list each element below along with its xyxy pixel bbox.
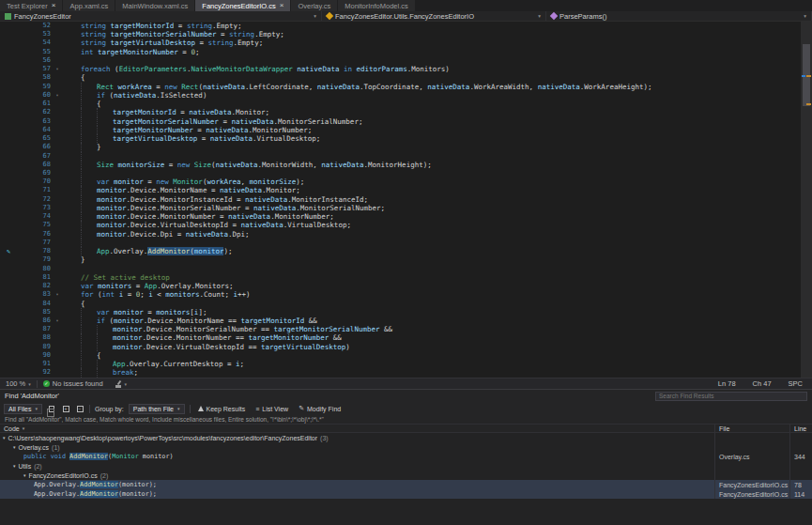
breakpoint-margin[interactable] [0, 300, 17, 308]
tab-overlay-cs[interactable]: Overlay.cs [291, 0, 337, 11]
expander-icon[interactable]: ▾ [13, 444, 16, 450]
code-line[interactable]: 76monitor.Device.Dpi = nativeData.Dpi; [0, 230, 801, 239]
fold-margin[interactable] [51, 239, 64, 247]
code-line[interactable]: 56 [0, 56, 801, 65]
code-line[interactable]: 54string targetVirtualDesktop = string.E… [0, 39, 801, 47]
member-dropdown[interactable]: ParseParams() ▾ [546, 11, 812, 21]
column-header-code[interactable]: Code ▾ [0, 425, 714, 432]
breakpoint-margin[interactable] [0, 255, 17, 264]
find-group-row[interactable]: ▾Utils(2) [0, 461, 812, 471]
breakpoint-margin[interactable] [0, 333, 17, 342]
fold-margin[interactable] [51, 212, 64, 221]
code-line[interactable]: 88monitor.Device.MonitorNumber == target… [0, 333, 801, 342]
breakpoint-margin[interactable] [0, 265, 17, 273]
fold-margin[interactable] [51, 48, 64, 56]
fold-margin[interactable] [51, 83, 64, 91]
breakpoint-margin[interactable] [0, 325, 17, 333]
close-icon[interactable]: × [52, 2, 56, 9]
breakpoint-margin[interactable] [0, 230, 17, 239]
fold-margin[interactable] [51, 247, 64, 255]
tab-test-explorer[interactable]: Test Explorer× [0, 0, 62, 11]
breakpoint-margin[interactable] [0, 317, 17, 325]
list-view-toggle[interactable]: ≡ List View [253, 404, 291, 414]
code-line[interactable]: 85var monitor = monitors[i]; [0, 308, 801, 317]
fold-margin[interactable] [51, 152, 64, 161]
copy-results-button[interactable] [47, 404, 56, 413]
fold-margin[interactable] [51, 117, 64, 126]
breakpoint-margin[interactable] [0, 368, 17, 377]
expander-icon[interactable]: ▾ [3, 435, 6, 440]
code-line[interactable]: 80 [0, 265, 801, 273]
code-line[interactable]: 65targetVirtualDesktop = nativeData.Virt… [0, 134, 801, 143]
find-group-row[interactable]: ▾C:\Users\shaopengwang\Desktop\powertoys… [0, 433, 812, 442]
find-group-row[interactable]: ▾Overlay.cs(1) [0, 442, 812, 452]
breakpoint-margin[interactable] [0, 134, 17, 143]
code-line[interactable]: 82var monitors = App.Overlay.Monitors; [0, 282, 801, 290]
fold-margin[interactable] [51, 368, 64, 377]
code-line[interactable]: 83▾for (int i = 0; i < monitors.Count; i… [0, 290, 801, 299]
code-line[interactable]: 53string targetMonitorSerialNumber = str… [0, 30, 801, 39]
breakpoint-margin[interactable] [0, 100, 17, 108]
fold-margin[interactable] [51, 186, 64, 194]
fold-margin[interactable] [51, 282, 64, 290]
fold-margin[interactable] [51, 360, 64, 368]
code-line[interactable]: 92break; [0, 368, 801, 377]
breakpoint-margin[interactable] [0, 204, 17, 212]
code-line[interactable]: 59Rect workArea = new Rect(nativeData.Le… [0, 83, 801, 91]
tab-monitorinfomodel-cs[interactable]: MonitorInfoModel.cs [338, 0, 415, 11]
fold-margin[interactable] [51, 204, 64, 212]
breakpoint-margin[interactable] [0, 152, 17, 161]
tab-fancyzoneseditorio-cs[interactable]: FancyZonesEditorIO.cs× [195, 0, 290, 11]
group-by-dropdown[interactable]: Path then File ▾ [129, 404, 185, 414]
collapse-all-button[interactable]: − [75, 404, 84, 413]
code-line[interactable]: 73monitor.Device.MonitorSerialNumber = n… [0, 204, 801, 212]
breakpoint-margin[interactable] [0, 161, 17, 169]
code-line[interactable]: 90{ [0, 351, 801, 360]
fold-margin[interactable] [51, 100, 64, 108]
code-line[interactable]: 84{ [0, 300, 801, 308]
breakpoint-margin[interactable] [0, 290, 17, 299]
fold-margin[interactable] [51, 108, 64, 116]
fold-margin[interactable] [51, 195, 64, 204]
fold-margin[interactable] [51, 134, 64, 143]
fold-margin[interactable] [51, 343, 64, 351]
code-line[interactable]: 77 [0, 239, 801, 247]
fold-margin[interactable] [51, 255, 64, 264]
find-result-row[interactable]: public void AddMonitor(Monitor monitor)O… [0, 452, 812, 461]
breakpoint-margin[interactable] [0, 91, 17, 100]
fold-margin[interactable] [51, 30, 64, 39]
fold-margin[interactable] [51, 178, 64, 186]
code-line[interactable]: 91App.Overlay.CurrentDesktop = i; [0, 360, 801, 368]
fold-margin[interactable] [51, 22, 64, 30]
code-line[interactable]: 75monitor.Device.VirtualDesktopId = nati… [0, 221, 801, 229]
breakpoint-margin[interactable] [0, 178, 17, 186]
code-cleanup-button[interactable]: ▾ [109, 378, 133, 389]
expand-all-button[interactable]: + [61, 404, 70, 413]
fold-margin[interactable] [51, 221, 64, 229]
breakpoint-margin[interactable] [0, 39, 17, 47]
fold-collapse-icon[interactable]: ▾ [55, 291, 58, 297]
fold-collapse-icon[interactable]: ▾ [55, 92, 58, 98]
code-line[interactable]: 61{ [0, 100, 801, 108]
expander-icon[interactable]: ▾ [13, 463, 16, 469]
code-line[interactable]: 69 [0, 169, 801, 178]
breakpoint-margin[interactable] [0, 221, 17, 229]
find-group-row[interactable]: ▾FancyZonesEditorIO.cs(2) [0, 471, 812, 480]
breakpoint-margin[interactable] [0, 65, 17, 73]
code-area[interactable]: 52string targetMonitorId = string.Empty;… [0, 22, 801, 378]
fold-margin[interactable] [51, 126, 64, 134]
breakpoint-margin[interactable] [0, 212, 17, 221]
fold-margin[interactable] [51, 325, 64, 333]
breakpoint-margin[interactable] [0, 73, 17, 82]
code-line[interactable]: 52string targetMonitorId = string.Empty; [0, 22, 801, 30]
fold-margin[interactable] [51, 300, 64, 308]
tab-app-xaml-cs[interactable]: App.xaml.cs [63, 0, 115, 11]
fold-margin[interactable] [51, 351, 64, 360]
code-line[interactable]: 79} [0, 255, 801, 264]
fold-margin[interactable]: ▾ [51, 317, 64, 325]
zoom-control[interactable]: 100 % ▾ [0, 378, 37, 389]
breakpoint-margin[interactable]: ✎ [0, 247, 17, 255]
fold-margin[interactable] [51, 265, 64, 273]
breakpoint-margin[interactable] [0, 83, 17, 91]
project-dropdown[interactable]: FancyZonesEditor ▾ [0, 11, 322, 21]
